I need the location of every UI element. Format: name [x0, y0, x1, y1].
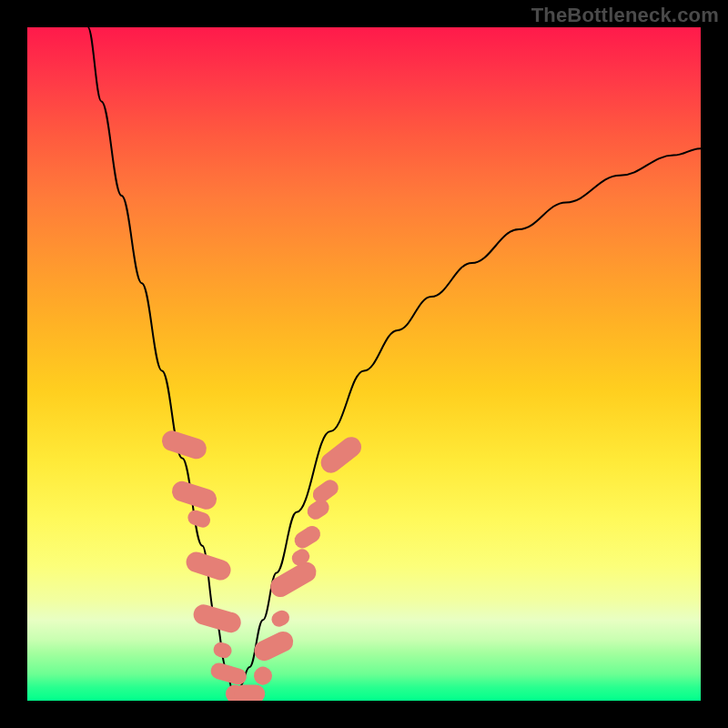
watermark-text: TheBottleneck.com	[531, 4, 719, 27]
bead-marker	[159, 428, 209, 461]
bead-marker	[234, 685, 265, 701]
bead-marker	[291, 523, 323, 551]
bead-marker	[267, 558, 320, 601]
bead-marker	[251, 663, 276, 688]
bead-marker	[317, 433, 365, 477]
bead-group	[159, 428, 365, 701]
chart-frame: TheBottleneck.com	[0, 0, 728, 728]
plot-area	[27, 27, 701, 701]
bead-marker	[209, 661, 248, 686]
bead-marker	[212, 641, 234, 660]
curve-layer	[27, 27, 701, 701]
bottleneck-curve	[88, 27, 701, 691]
bead-marker	[191, 602, 243, 635]
bead-marker	[269, 608, 292, 629]
bead-marker	[186, 509, 212, 530]
bead-marker	[169, 479, 219, 512]
